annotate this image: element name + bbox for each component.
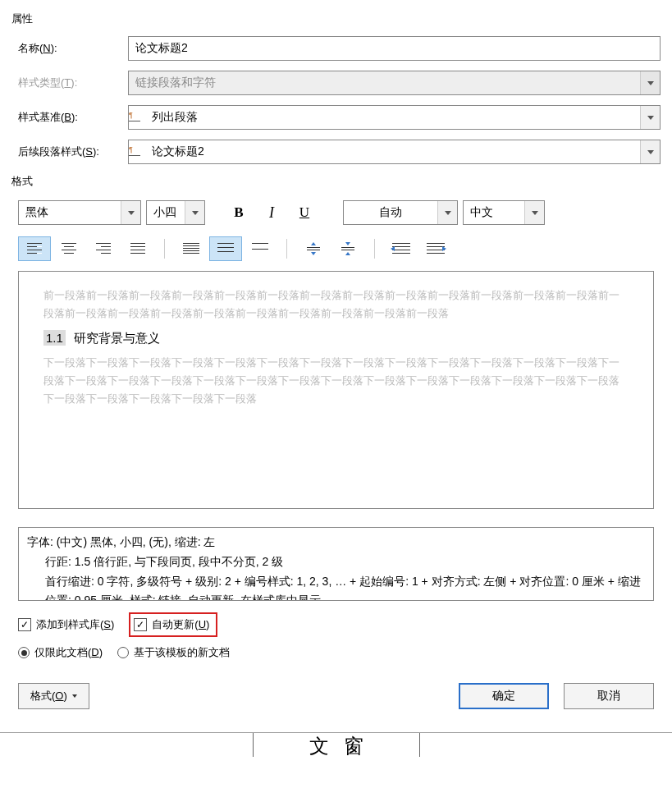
auto-update-label: 自动更新(U) [152, 617, 209, 632]
increase-indent-button[interactable] [419, 236, 452, 261]
format-title: 格式 [11, 174, 661, 189]
cancel-button[interactable]: 取消 [564, 683, 654, 709]
align-left-button[interactable] [18, 236, 51, 261]
preview-sample-num: 1.1 [43, 330, 66, 346]
preview-before-text: 前一段落前一段落前一段落前一段落前一段落前一段落前一段落前一段落前一段落前一段落… [43, 286, 629, 323]
next-style-label: 后续段落样式(S): [11, 144, 128, 159]
lang-select[interactable]: 中文 [463, 200, 545, 225]
font-value: 黑体 [19, 205, 121, 220]
basedon-label: 样式基准(B): [11, 110, 128, 125]
chevron-down-icon[interactable] [640, 140, 660, 163]
only-this-doc-label: 仅限此文档(D) [34, 645, 103, 660]
font-select[interactable]: 黑体 [18, 200, 141, 225]
lang-value: 中文 [464, 205, 524, 220]
separator [286, 239, 287, 259]
size-value: 小四 [147, 205, 185, 220]
name-label: 名称(N): [11, 41, 128, 56]
style-type-value: 链接段落和字符 [129, 76, 640, 90]
align-right-button[interactable] [87, 236, 120, 261]
checkbox-icon: ✓ [134, 618, 147, 631]
chevron-down-icon[interactable] [640, 106, 660, 129]
only-this-doc-radio[interactable]: 仅限此文档(D) [18, 645, 103, 660]
align-center-button[interactable] [53, 236, 85, 261]
chevron-down-icon[interactable] [185, 201, 204, 224]
separator [164, 239, 165, 259]
size-select[interactable]: 小四 [146, 200, 205, 225]
color-select[interactable]: 自动 [343, 200, 458, 225]
name-input[interactable] [128, 36, 661, 61]
ok-button[interactable]: 确定 [459, 683, 549, 709]
description-box[interactable]: 字体: (中文) 黑体, 小四, (无), 缩进: 左 行距: 1.5 倍行距,… [18, 527, 654, 601]
preview-sample-text: 研究背景与意义 [74, 331, 160, 345]
template-doc-radio[interactable]: 基于该模板的新文档 [117, 645, 230, 660]
paragraph-icon [129, 148, 140, 156]
paragraph-icon [129, 113, 140, 121]
checkbox-icon: ✓ [18, 618, 31, 631]
desc-line-1: 字体: (中文) 黑体, 小四, (无), 缩进: 左 [27, 533, 645, 552]
line-spacing-15-button[interactable] [209, 236, 242, 261]
bold-button[interactable]: B [225, 200, 253, 225]
radio-icon [117, 647, 129, 658]
style-type-label: 样式类型(T): [11, 76, 128, 90]
color-value: 自动 [344, 205, 437, 220]
format-dropdown-label: 格式(O) [30, 689, 67, 703]
desc-line-2: 行距: 1.5 倍行距, 与下段同页, 段中不分页, 2 级 [27, 552, 645, 572]
italic-button[interactable]: I [258, 200, 286, 225]
decrease-indent-button[interactable] [385, 236, 418, 261]
chevron-down-icon[interactable] [121, 201, 140, 224]
background-doc-text: 文窗 [253, 733, 420, 757]
chevron-down-icon [640, 71, 660, 94]
chevron-down-icon[interactable] [437, 201, 457, 224]
properties-title: 属性 [11, 11, 661, 26]
background-doc: 文窗 [0, 732, 672, 757]
underline-button[interactable]: U [290, 200, 318, 225]
add-to-library-checkbox[interactable]: ✓ 添加到样式库(S) [18, 617, 114, 632]
desc-line-3: 首行缩进: 0 字符, 多级符号 + 级别: 2 + 编号样式: 1, 2, 3… [27, 572, 645, 601]
chevron-down-icon [72, 694, 77, 698]
auto-update-highlight: ✓ 自动更新(U) [129, 612, 217, 637]
line-spacing-2-button[interactable] [244, 236, 277, 261]
template-doc-label: 基于该模板的新文档 [134, 645, 230, 660]
space-before-button[interactable] [297, 236, 330, 261]
line-spacing-1-button[interactable] [175, 236, 208, 261]
space-after-button[interactable] [331, 236, 364, 261]
preview-after-text: 下一段落下一段落下一段落下一段落下一段落下一段落下一段落下一段落下一段落下一段落… [43, 354, 629, 408]
preview-sample: 1.1研究背景与意义 [43, 328, 629, 349]
next-style-value: 论文标题2 [145, 144, 640, 159]
basedon-value: 列出段落 [145, 110, 640, 125]
add-to-library-label: 添加到样式库(S) [36, 617, 114, 632]
format-dropdown-button[interactable]: 格式(O) [18, 683, 89, 709]
preview-box: 前一段落前一段落前一段落前一段落前一段落前一段落前一段落前一段落前一段落前一段落… [18, 271, 654, 509]
radio-icon [18, 647, 30, 658]
basedon-combo[interactable]: 列出段落 [128, 105, 661, 130]
separator [374, 239, 375, 259]
align-justify-button[interactable] [121, 236, 154, 261]
auto-update-checkbox[interactable]: ✓ 自动更新(U) [134, 617, 209, 632]
chevron-down-icon[interactable] [524, 201, 544, 224]
style-type-combo: 链接段落和字符 [128, 71, 661, 95]
next-style-combo[interactable]: 论文标题2 [128, 140, 661, 164]
